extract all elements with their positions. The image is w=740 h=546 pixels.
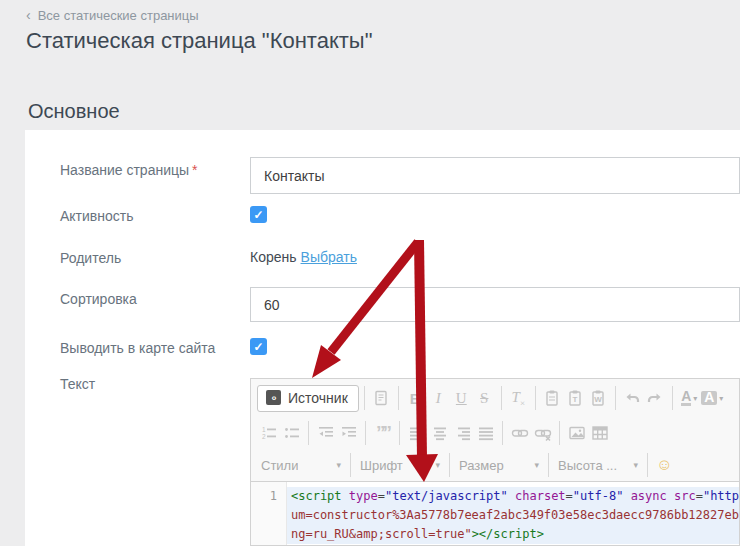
smiley-icon[interactable]: ☺ [653, 453, 676, 477]
line-number [251, 525, 286, 544]
toolbar-separator [449, 453, 450, 477]
outdent-icon[interactable] [314, 421, 337, 445]
line-number: 1 [251, 487, 286, 506]
field-label-name: Название страницы* [60, 162, 198, 178]
italic-icon[interactable]: I [427, 386, 450, 410]
parent-select-link[interactable]: Выбрать [301, 249, 357, 265]
code-content[interactable]: <script type="text/javascript" charset="… [287, 482, 739, 545]
dropdown-высота[interactable]: Высота ...▾ [554, 458, 642, 473]
paste-plain-icon[interactable]: T [564, 386, 587, 410]
underline-icon[interactable]: U [450, 386, 473, 410]
page-name-input[interactable] [250, 157, 740, 194]
source-code-icon: ‹› [266, 390, 281, 405]
redo-icon[interactable] [644, 386, 667, 410]
toolbar-separator [308, 421, 309, 445]
align-justify-icon[interactable] [474, 421, 497, 445]
indent-icon[interactable] [337, 421, 360, 445]
chevron-down-icon: ▾ [435, 460, 440, 470]
bg-color-icon[interactable]: A▾ [701, 386, 724, 410]
svg-text:W: W [595, 395, 603, 404]
dropdown-размер[interactable]: Размер▾ [455, 458, 543, 473]
strike-icon[interactable]: S [473, 386, 496, 410]
bold-icon[interactable]: B [404, 386, 427, 410]
text-color-icon[interactable]: A▾ [678, 386, 701, 410]
toolbar-separator [548, 453, 549, 477]
rich-text-editor: ‹› Источник BIUST×TWA▾A▾ 12”” Стили▾Шриф… [250, 378, 740, 546]
dropdown-стили[interactable]: Стили▾ [257, 458, 345, 473]
code-line[interactable]: um=constructor%3Aa5778b7eeaf2abc349f03e5… [287, 506, 739, 525]
toolbar-separator [398, 386, 399, 410]
page-title: Статическая страница "Контакты" [26, 28, 372, 54]
remove-format-icon[interactable]: T× [507, 386, 530, 410]
source-button-label: Источник [288, 390, 348, 406]
align-center-icon[interactable] [428, 421, 451, 445]
align-left-icon[interactable] [405, 421, 428, 445]
source-button[interactable]: ‹› Источник [257, 385, 359, 412]
ordered-list-icon[interactable]: 12 [257, 421, 280, 445]
chevron-down-icon: ▾ [534, 460, 539, 470]
sort-input[interactable] [250, 287, 740, 322]
svg-text:T: T [573, 395, 578, 404]
code-line[interactable]: <script type="text/javascript" charset="… [287, 487, 739, 506]
align-right-icon[interactable] [451, 421, 474, 445]
toolbar-separator [615, 386, 616, 410]
unlink-icon[interactable] [531, 421, 554, 445]
source-code-area[interactable]: 1 <script type="text/javascript" charset… [251, 481, 739, 545]
bullet-list-icon[interactable] [280, 421, 303, 445]
toolbar-separator [502, 421, 503, 445]
link-icon[interactable] [508, 421, 531, 445]
toolbar-separator [399, 421, 400, 445]
svg-text:2: 2 [262, 433, 266, 440]
line-number-gutter: 1 [251, 482, 287, 545]
section-heading: Основное [28, 100, 120, 123]
main-panel: Название страницы* Активность ✓ Родитель… [25, 130, 740, 546]
paste-icon[interactable] [541, 386, 564, 410]
breadcrumb-back-link[interactable]: ‹Все статические страницы [26, 7, 199, 23]
field-label-sort: Сортировка [60, 291, 137, 307]
svg-text:1: 1 [262, 426, 266, 433]
toolbar-separator [535, 386, 536, 410]
toolbar-separator [501, 386, 502, 410]
table-icon[interactable] [588, 421, 611, 445]
toolbar-separator [559, 421, 560, 445]
parent-current: Корень [250, 249, 297, 265]
toolbar-row-3: Стили▾Шрифт▾Размер▾Высота ...▾☺ [251, 449, 739, 481]
line-number [251, 506, 286, 525]
sitemap-checkbox[interactable]: ✓ [250, 338, 267, 355]
toolbar-separator [364, 386, 365, 410]
image-icon[interactable] [565, 421, 588, 445]
undo-icon[interactable] [621, 386, 644, 410]
dropdown-шрифт[interactable]: Шрифт▾ [356, 458, 444, 473]
toolbar-separator [365, 421, 366, 445]
field-label-text: Текст [60, 376, 95, 392]
toolbar-row-2: 12”” [251, 417, 739, 449]
chevron-down-icon: ▾ [336, 460, 341, 470]
active-checkbox[interactable]: ✓ [250, 206, 267, 223]
toolbar-row-1: ‹› Источник BIUST×TWA▾A▾ [251, 379, 739, 417]
blockquote-icon[interactable]: ”” [371, 421, 394, 445]
paste-word-icon[interactable]: W [587, 386, 610, 410]
code-line[interactable]: ng=ru_RU&amp;scroll=true"></script> [287, 525, 739, 544]
field-label-sitemap: Выводить в карте сайта [60, 340, 215, 356]
required-asterisk: * [192, 162, 197, 178]
toolbar-separator [647, 453, 648, 477]
parent-value: КореньВыбрать [250, 249, 357, 265]
template-doc-icon[interactable] [370, 386, 393, 410]
check-icon: ✓ [253, 340, 263, 354]
chevron-left-icon: ‹ [26, 7, 31, 23]
toolbar-separator [672, 386, 673, 410]
check-icon: ✓ [253, 208, 263, 222]
chevron-down-icon: ▾ [633, 460, 638, 470]
field-label-active: Активность [60, 208, 134, 224]
breadcrumb-label: Все статические страницы [38, 8, 199, 23]
toolbar-separator [350, 453, 351, 477]
field-label-parent: Родитель [60, 250, 121, 266]
